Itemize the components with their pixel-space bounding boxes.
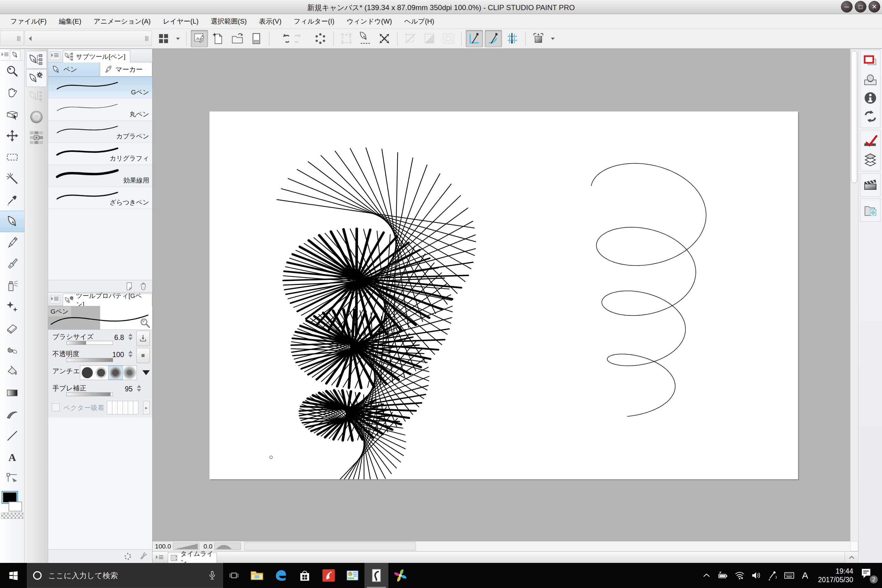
menu-animation[interactable]: アニメーション(A)	[87, 14, 156, 28]
panel-menu-icon[interactable]	[50, 295, 60, 303]
dock-scene-transfer-button[interactable]	[862, 108, 879, 125]
grip-icon[interactable]	[143, 35, 150, 42]
dock-tool-property-button[interactable]	[26, 69, 47, 87]
start-button[interactable]	[0, 563, 27, 588]
brush-item-rough[interactable]: ざらつきペン	[48, 187, 152, 209]
brush-size-spinner[interactable]	[128, 333, 133, 340]
tool-zoom[interactable]	[0, 61, 24, 82]
new-file-button[interactable]	[210, 30, 227, 47]
tray-battery[interactable]	[716, 568, 730, 583]
snap-ruler-button[interactable]	[466, 30, 483, 47]
opacity-source-button[interactable]	[136, 348, 150, 363]
brush-item-kaburapen[interactable]: カブラペン	[48, 121, 152, 143]
vector-snap-more-button[interactable]: ▸	[143, 401, 150, 414]
material-caret-button[interactable]	[549, 30, 557, 47]
panel-menu-icon[interactable]	[155, 554, 165, 561]
taskbar-clip-studio-assets[interactable]	[388, 563, 412, 588]
snap-special-ruler-button[interactable]	[485, 30, 502, 47]
tray-touch-keyboard[interactable]	[782, 568, 796, 583]
deselect-button[interactable]	[376, 30, 393, 47]
tool-hand[interactable]	[0, 82, 24, 104]
tool-auto-select[interactable]	[0, 168, 24, 189]
magnifier-wrench-icon[interactable]	[140, 317, 151, 329]
clip-studio-open-button[interactable]	[191, 30, 208, 47]
aa-option-none[interactable]	[80, 366, 94, 380]
tool-fill[interactable]	[0, 361, 24, 382]
menu-window[interactable]: ウィンドウ(W)	[340, 14, 398, 28]
horizontal-scrollbar[interactable]	[243, 542, 850, 551]
menu-edit[interactable]: 編集(E)	[52, 14, 87, 28]
taskbar-edge[interactable]	[269, 563, 293, 588]
open-file-button[interactable]	[229, 30, 246, 47]
dock-information-button[interactable]	[862, 89, 879, 106]
dock-color-set-button[interactable]	[27, 129, 46, 147]
ime-mode[interactable]: A	[798, 570, 812, 580]
menu-selection[interactable]: 選択範囲(S)	[205, 14, 253, 28]
tool-property-tab[interactable]: ツールプロパティ[Gペン]	[63, 294, 152, 306]
tool-figure[interactable]	[0, 404, 24, 425]
panel-menu-icon[interactable]	[1, 51, 10, 58]
canvas[interactable]	[210, 111, 798, 479]
tool-eyedropper[interactable]	[0, 189, 24, 211]
menu-file[interactable]: ファイル(F)	[4, 14, 52, 28]
dock-color-wheel-button[interactable]	[27, 108, 46, 126]
brush-preview[interactable]: Gペン	[48, 306, 152, 330]
tool-object[interactable]	[0, 104, 24, 125]
workspace-caret-button[interactable]	[174, 30, 182, 47]
wrench-icon[interactable]	[138, 552, 148, 561]
taskbar-store[interactable]	[293, 563, 316, 588]
taskbar-clip-studio[interactable]	[316, 563, 340, 588]
dock-subtool-button[interactable]	[26, 51, 47, 69]
taskbar-search[interactable]: ここに入力して検索	[27, 563, 223, 588]
clear-selection-button[interactable]	[402, 30, 419, 47]
document-area[interactable]: 100.0 0.0 タイムライン	[153, 49, 858, 563]
horizontal-scrollbar-thumb[interactable]	[244, 542, 416, 550]
task-view-button[interactable]	[223, 563, 245, 588]
tool-pen[interactable]	[0, 211, 24, 232]
opacity-value[interactable]: 100	[112, 351, 124, 359]
brush-item-effectline[interactable]: 効果線用	[48, 165, 152, 187]
menu-layer[interactable]: レイヤー(L)	[157, 14, 205, 28]
trash-icon[interactable]	[139, 282, 148, 291]
taskbar-control-panel[interactable]	[340, 563, 364, 588]
workspace-grid-button[interactable]	[155, 30, 172, 47]
dock-brush-size-button[interactable]	[26, 88, 47, 105]
aa-option-strong[interactable]	[123, 366, 137, 380]
tool-text[interactable]: A	[0, 447, 24, 468]
taskbar-clip-studio-paint[interactable]	[364, 563, 388, 588]
curve-widget-ramp[interactable]	[173, 543, 200, 550]
tool-line-correction[interactable]	[0, 468, 24, 489]
material-property-button[interactable]	[530, 30, 547, 47]
minimize-button[interactable]: ─	[841, 1, 853, 12]
undo-button[interactable]	[274, 30, 291, 47]
close-button[interactable]: ✕	[868, 1, 880, 12]
maximize-button[interactable]: □	[855, 1, 866, 12]
foreground-color-swatch[interactable]	[3, 492, 17, 503]
invert-selection-button[interactable]	[421, 30, 438, 47]
brush-item-marupen[interactable]: 丸ペン	[48, 99, 152, 121]
tool-layer-move[interactable]	[0, 125, 24, 146]
tray-pen[interactable]	[765, 568, 780, 583]
tool-gradient[interactable]	[0, 382, 24, 404]
tool-pencil[interactable]	[0, 232, 24, 254]
select-area-button[interactable]	[338, 30, 355, 47]
snap-grid-button[interactable]	[504, 30, 521, 47]
background-color-swatch[interactable]	[9, 502, 22, 512]
dock-layer-button[interactable]	[862, 151, 879, 168]
select-pen-button[interactable]	[357, 30, 374, 47]
reset-spinner-icon[interactable]	[123, 552, 133, 561]
microphone-icon[interactable]	[207, 570, 218, 581]
curve-widget-hill[interactable]	[214, 543, 241, 550]
vector-snap-segments[interactable]	[107, 401, 138, 414]
aa-option-weak[interactable]	[94, 366, 108, 380]
palette-dock-header-left[interactable]	[0, 31, 24, 46]
opacity-slider[interactable]	[66, 358, 113, 362]
delete-button[interactable]	[312, 30, 329, 47]
vertical-scrollbar[interactable]	[850, 49, 858, 541]
redo-button[interactable]	[293, 30, 310, 47]
brush-size-slider[interactable]	[66, 341, 113, 345]
aa-dropdown-arrow[interactable]	[142, 370, 150, 375]
dock-layer-property-button[interactable]	[862, 133, 879, 150]
save-file-button[interactable]	[248, 30, 265, 47]
brush-item-calligraphy[interactable]: カリグラフィ	[48, 143, 152, 165]
